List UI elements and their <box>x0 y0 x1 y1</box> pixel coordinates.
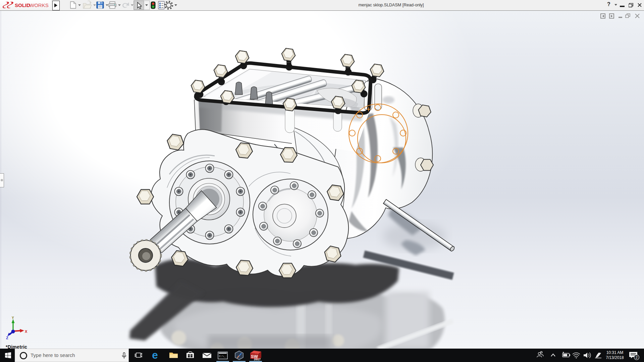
svg-text:C:\_: C:\_ <box>219 355 225 358</box>
svg-text:e: e <box>152 349 158 361</box>
svg-text:SOLID: SOLID <box>15 2 30 8</box>
svg-text:WORKS: WORKS <box>30 2 49 8</box>
svg-text:2: 2 <box>636 356 638 359</box>
svg-text:2017: 2017 <box>254 358 261 361</box>
